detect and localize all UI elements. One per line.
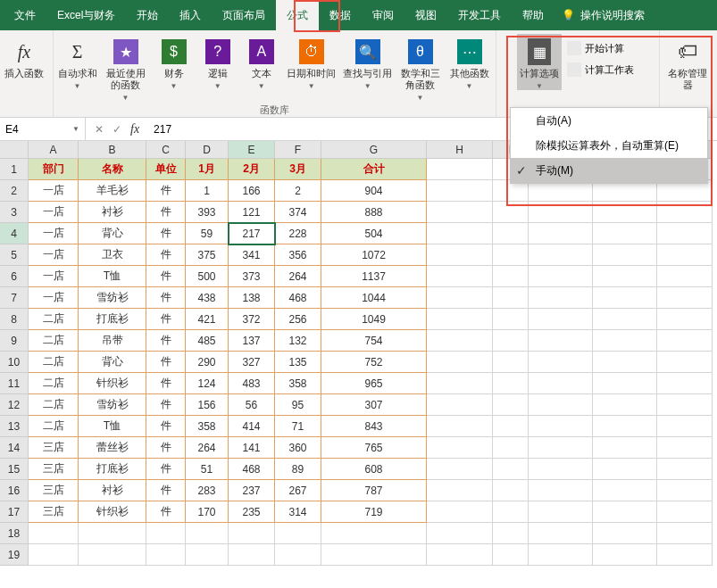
lookup-button[interactable]: 🔍查找与引用▼: [341, 34, 394, 90]
cell[interactable]: [529, 459, 593, 480]
cell[interactable]: 327: [229, 352, 275, 373]
cell[interactable]: 360: [275, 437, 321, 459]
cell[interactable]: 166: [229, 180, 275, 202]
cell[interactable]: [593, 459, 657, 480]
cell[interactable]: 754: [321, 330, 427, 352]
row-header-11[interactable]: 11: [0, 373, 29, 394]
cell[interactable]: [493, 330, 529, 352]
col-header-H[interactable]: H: [427, 141, 493, 159]
ribbon-tab-1[interactable]: Excel与财务: [46, 0, 126, 30]
cell[interactable]: [29, 523, 79, 544]
cell[interactable]: [493, 223, 529, 244]
cell[interactable]: [593, 330, 657, 352]
cell[interactable]: [657, 373, 713, 394]
cell[interactable]: 59: [186, 223, 229, 244]
cell[interactable]: [427, 180, 493, 202]
cell[interactable]: [427, 416, 493, 437]
cell[interactable]: [427, 266, 493, 287]
cell[interactable]: 124: [186, 373, 229, 394]
col-header-C[interactable]: C: [146, 141, 186, 159]
cell[interactable]: [593, 309, 657, 330]
ribbon-tab-2[interactable]: 开始: [126, 0, 169, 30]
cell[interactable]: [229, 544, 275, 566]
cell[interactable]: 373: [229, 266, 275, 287]
cell[interactable]: [593, 394, 657, 416]
row-header-5[interactable]: 5: [0, 244, 29, 266]
cell[interactable]: 765: [321, 437, 427, 459]
cell[interactable]: [529, 373, 593, 394]
ribbon-tab-0[interactable]: 文件: [4, 0, 46, 30]
cell[interactable]: 89: [275, 459, 321, 480]
row-header-18[interactable]: 18: [0, 523, 29, 544]
cell[interactable]: 件: [146, 416, 186, 437]
cell[interactable]: 衬衫: [79, 480, 146, 501]
cell[interactable]: [427, 244, 493, 266]
col-header-D[interactable]: D: [186, 141, 229, 159]
cell[interactable]: [657, 223, 713, 244]
cell[interactable]: 一店: [29, 266, 79, 287]
cell[interactable]: 二店: [29, 352, 79, 373]
cell[interactable]: 蕾丝衫: [79, 437, 146, 459]
cell[interactable]: 卫衣: [79, 244, 146, 266]
cell[interactable]: [493, 480, 529, 501]
cell[interactable]: 羊毛衫: [79, 180, 146, 202]
cell[interactable]: [593, 373, 657, 394]
cell[interactable]: [493, 437, 529, 459]
name-box[interactable]: E4 ▼: [0, 118, 86, 140]
cell[interactable]: 一店: [29, 180, 79, 202]
cell[interactable]: [427, 159, 493, 180]
cell[interactable]: 141: [229, 437, 275, 459]
cell[interactable]: 件: [146, 287, 186, 309]
cell[interactable]: [427, 309, 493, 330]
cell[interactable]: 358: [186, 416, 229, 437]
cell[interactable]: [593, 244, 657, 266]
row-header-9[interactable]: 9: [0, 330, 29, 352]
cell[interactable]: [493, 266, 529, 287]
cell[interactable]: 件: [146, 352, 186, 373]
ribbon-tab-3[interactable]: 插入: [169, 0, 212, 30]
cell[interactable]: [427, 352, 493, 373]
cell[interactable]: [427, 330, 493, 352]
row-header-14[interactable]: 14: [0, 437, 29, 459]
cell[interactable]: [657, 523, 713, 544]
cell[interactable]: [186, 544, 229, 566]
row-header-2[interactable]: 2: [0, 180, 29, 202]
ribbon-tab-7[interactable]: 审阅: [362, 0, 404, 30]
cell[interactable]: 356: [275, 244, 321, 266]
cell[interactable]: 500: [186, 266, 229, 287]
col-header-A[interactable]: A: [29, 141, 79, 159]
cell[interactable]: 290: [186, 352, 229, 373]
cell[interactable]: 375: [186, 244, 229, 266]
row-header-1[interactable]: 1: [0, 159, 29, 180]
autosum-button[interactable]: Σ自动求和▼: [57, 34, 97, 90]
cell[interactable]: T恤: [79, 416, 146, 437]
cell[interactable]: 374: [275, 202, 321, 223]
cell[interactable]: [593, 523, 657, 544]
cell[interactable]: [493, 523, 529, 544]
calculation-options-button[interactable]: ▦ 计算选项 ▼: [517, 34, 562, 90]
cell[interactable]: 71: [275, 416, 321, 437]
cell[interactable]: 95: [275, 394, 321, 416]
cell[interactable]: 1049: [321, 309, 427, 330]
cell[interactable]: [493, 459, 529, 480]
cell[interactable]: 56: [229, 394, 275, 416]
cell[interactable]: [427, 544, 493, 566]
cell[interactable]: 421: [186, 309, 229, 330]
col-header-F[interactable]: F: [275, 141, 321, 159]
cell[interactable]: 438: [186, 287, 229, 309]
ribbon-tab-4[interactable]: 页面布局: [212, 0, 276, 30]
cell[interactable]: 468: [275, 287, 321, 309]
cell[interactable]: 件: [146, 437, 186, 459]
cell[interactable]: [593, 437, 657, 459]
ribbon-tab-5[interactable]: 公式: [276, 0, 319, 30]
cell[interactable]: [321, 523, 427, 544]
cell[interactable]: [657, 394, 713, 416]
cell[interactable]: 件: [146, 480, 186, 501]
cell[interactable]: 341: [229, 244, 275, 266]
cell[interactable]: [593, 352, 657, 373]
cell[interactable]: 752: [321, 352, 427, 373]
row-header-17[interactable]: 17: [0, 501, 29, 523]
cell[interactable]: 一店: [29, 287, 79, 309]
cell[interactable]: [529, 352, 593, 373]
cell[interactable]: 904: [321, 180, 427, 202]
